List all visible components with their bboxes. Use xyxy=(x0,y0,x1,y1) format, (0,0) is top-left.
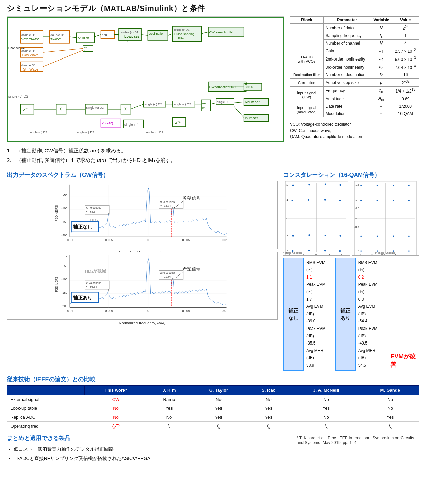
svg-text:0.5: 0.5 xyxy=(355,207,359,210)
summary-section: まとめと適用できる製品 低コスト・低消費電力動作のデジタル補正回路 TI-ADC… xyxy=(7,434,290,463)
svg-point-220 xyxy=(408,250,410,252)
svg-point-210 xyxy=(377,200,378,201)
svg-text:IQ_mixer: IQ_mixer xyxy=(77,36,90,39)
svg-text:single D2: single D2 xyxy=(217,100,229,104)
svg-point-216 xyxy=(408,235,410,237)
svg-text:Y: -16.74: Y: -16.74 xyxy=(160,204,171,207)
svg-text:-50: -50 xyxy=(63,264,67,267)
svg-text:X: 0.001953: X: 0.001953 xyxy=(160,201,175,204)
comp-col-0 xyxy=(7,385,85,395)
evm-with-correction-box: 補正あり RMS EVM (%) 0.2 Peak EVM (%) 0.3 Av… xyxy=(335,258,384,371)
numbered-section: 1. （推定動作, CW信号）補正係数 α(n) を求める。 2. （補正動作,… xyxy=(7,147,419,164)
svg-text:PSD [dBFS]: PSD [dBFS] xyxy=(55,205,58,221)
svg-text:-1.5: -1.5 xyxy=(354,249,359,252)
svg-text:-50: -50 xyxy=(63,193,67,197)
svg-point-187 xyxy=(308,249,310,251)
svg-point-184 xyxy=(325,235,326,236)
svg-text:-100: -100 xyxy=(61,207,67,210)
svg-point-178 xyxy=(292,200,293,201)
svg-text:double D1: double D1 xyxy=(21,49,36,53)
svg-text:-200: -200 xyxy=(61,304,67,308)
svg-text:1.5: 1.5 xyxy=(355,183,359,186)
svg-point-212 xyxy=(408,200,410,201)
table-row: Decimation filter Number of decimation D… xyxy=(290,71,419,79)
svg-text:0.01: 0.01 xyxy=(222,309,228,313)
svg-text:-0.01: -0.01 xyxy=(66,238,73,242)
vco-note: VCO: Voltage-controlled oscillator, CW: … xyxy=(290,121,419,140)
svg-point-179 xyxy=(308,199,309,201)
svg-text:dou: dou xyxy=(102,33,107,37)
svg-point-180 xyxy=(324,199,326,201)
svg-text:single Inf: single Inf xyxy=(124,123,138,127)
svg-text:single (c) D2: single (c) D2 xyxy=(146,131,163,134)
svg-text:0: 0 xyxy=(315,253,317,255)
svg-text:z⁻¹: z⁻¹ xyxy=(175,120,181,125)
svg-text:-150: -150 xyxy=(61,291,67,294)
evm-improvement-label: EVMが改善 xyxy=(390,352,419,371)
table-row: Input signal(CW) Frequency fin 1/4 + 1/2… xyxy=(290,87,419,95)
constellation-no-correction: 2 1 0 -1 -2 -2 -1 0 1 2 16QAM Amplitude xyxy=(283,181,350,256)
svg-text:-1.5: -1.5 xyxy=(356,253,361,255)
constellation-with-correction: 1.5 1 0.5 0 -0.5 -1 -1.5 -1.5 -0.5 0.5 1… xyxy=(352,181,419,256)
table-row: Correction Adaptive step size μ 2−32 xyxy=(290,79,419,87)
evm-with-correction-values: RMS EVM (%) 0.2 Peak EVM (%) 0.3 Avg EVM… xyxy=(356,258,384,371)
svg-rect-154 xyxy=(172,278,173,279)
svg-text:Filter: Filter xyxy=(178,37,185,40)
svg-text:補正あり: 補正あり xyxy=(73,295,92,300)
svg-rect-125 xyxy=(55,252,230,319)
svg-point-188 xyxy=(324,250,326,251)
evm-area: 補正なし RMS EVM (%) 1.1 Peak EVM (%) 1.7 Av… xyxy=(283,258,419,371)
svg-text:補正なし: 補正なし xyxy=(73,224,92,229)
svg-text:Cos Wave: Cos Wave xyxy=(22,53,39,57)
svg-point-213 xyxy=(360,235,362,237)
comp-col-mcneill: J. A. McNeill xyxy=(291,385,361,395)
summary-list: 低コスト・低消費電力動作のデジタル補正回路 TI-ADCと直接RFサンプリング受… xyxy=(7,444,290,463)
svg-point-176 xyxy=(325,183,326,185)
svg-text:Lowpass: Lowpass xyxy=(124,34,140,38)
svg-text:Y: -95.64: Y: -95.64 xyxy=(86,285,97,288)
table-row: TI-ADCwith VCOs Gain a1 2.57 × 10−2 xyxy=(290,47,419,55)
col-block: Block xyxy=(290,17,324,24)
svg-point-183 xyxy=(308,234,310,236)
svg-text:-1: -1 xyxy=(285,234,288,237)
table-row: Replica ADC No No Yes Yes No Yes xyxy=(7,413,419,421)
svg-point-215 xyxy=(393,235,394,237)
svg-text:1: 1 xyxy=(286,198,288,201)
svg-text:希望信号: 希望信号 xyxy=(183,266,200,271)
svg-text:LPF: LPF xyxy=(126,39,131,43)
svg-point-211 xyxy=(393,200,394,201)
svg-text:HD₃が低減: HD₃が低減 xyxy=(85,269,107,274)
psd-chart-with-correction: 0 -50 -100 -150 -200 PSD [dBFS] -0.01 -0… xyxy=(7,252,278,320)
svg-text:X: 0.001953: X: 0.001953 xyxy=(160,271,175,274)
svg-text:PSD [dBFS]: PSD [dBFS] xyxy=(55,276,58,292)
svg-text:1: 1 xyxy=(329,253,330,255)
comp-col-thiswork: This work* xyxy=(84,385,147,395)
svg-text:Pulse Shaping: Pulse Shaping xyxy=(174,32,194,36)
svg-text:0: 0 xyxy=(66,254,67,257)
svg-text:VCO TI-ADC: VCO TI-ADC xyxy=(21,38,39,41)
evm-no-correction-values: RMS EVM (%) 1.1 Peak EVM (%) 1.7 Avg EVM… xyxy=(304,258,332,371)
svg-text:2: 2 xyxy=(341,253,342,255)
constellation-heading: コンスタレーション（16-QAM信号） xyxy=(283,171,419,179)
svg-text:2^(-32): 2^(-32) xyxy=(102,121,113,125)
svg-text:In-phase Amplitude: In-phase Amplitude xyxy=(375,252,395,254)
evm-no-correction-box: 補正なし RMS EVM (%) 1.1 Peak EVM (%) 1.7 Av… xyxy=(283,258,332,371)
svg-text:Rnumber: Rnumber xyxy=(245,100,260,104)
spectrum-heading: 出力データのスペクトラム（CW信号） xyxy=(7,171,278,179)
evm-no-correction-label: 補正なし xyxy=(283,258,304,371)
svg-text:0: 0 xyxy=(66,183,67,186)
table-row: Input signal(modulated) Date rate − 1/20… xyxy=(290,103,419,110)
svg-text:single (c) D2: single (c) D2 xyxy=(77,131,94,134)
svg-text:-100: -100 xyxy=(61,278,67,281)
svg-text:0.005: 0.005 xyxy=(182,309,190,313)
svg-text:1: 1 xyxy=(355,198,357,201)
list-item: TI-ADCと直接RFサンプリング受信機が搭載されたASICやFPGA xyxy=(14,454,290,463)
svg-rect-90 xyxy=(55,181,230,249)
svg-text:0: 0 xyxy=(355,217,357,220)
svg-text:In-phase Amplitude: In-phase Amplitude xyxy=(283,252,302,254)
svg-text:Y: -66.6: Y: -66.6 xyxy=(86,210,96,213)
svg-point-185 xyxy=(339,235,341,237)
svg-text:-150: -150 xyxy=(61,220,67,223)
svg-text:Im: Im xyxy=(84,50,87,53)
svg-text:0: 0 xyxy=(286,217,288,220)
